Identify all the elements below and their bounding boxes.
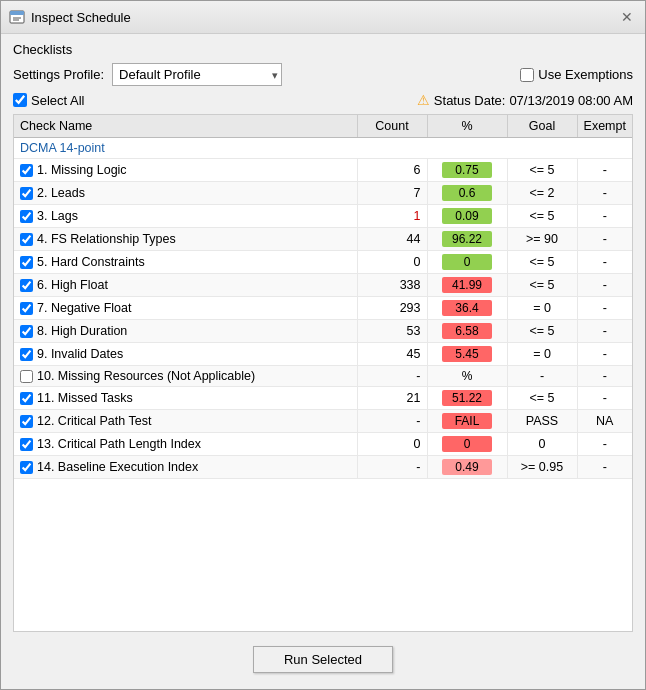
bottom-bar: Run Selected [13, 638, 633, 681]
row-checkbox-9[interactable] [20, 348, 33, 361]
profile-dropdown[interactable]: Default Profile [112, 63, 282, 86]
pct-cell: 0 [427, 251, 507, 274]
goal-cell: <= 5 [507, 159, 577, 182]
select-all-label: Select All [31, 93, 84, 108]
pct-badge: 0.6 [442, 185, 492, 201]
pct-cell: FAIL [427, 410, 507, 433]
col-header-exempt: Exempt [577, 115, 632, 138]
goal-cell: - [507, 366, 577, 387]
window-icon [9, 9, 25, 25]
exempt-cell: - [577, 366, 632, 387]
row-checkbox-10[interactable] [20, 370, 33, 383]
exempt-cell: - [577, 297, 632, 320]
pct-cell: % [427, 366, 507, 387]
goal-cell: <= 5 [507, 251, 577, 274]
select-all-row: Select All ⚠ Status Date: 07/13/2019 08:… [13, 92, 633, 108]
count-cell: 338 [357, 274, 427, 297]
table-row: 10. Missing Resources (Not Applicable) -… [14, 366, 632, 387]
pct-badge: 5.45 [442, 346, 492, 362]
count-cell: 44 [357, 228, 427, 251]
settings-row: Settings Profile: Default Profile Use Ex… [13, 63, 633, 86]
goal-cell: <= 5 [507, 320, 577, 343]
use-exemptions-checkbox[interactable] [520, 68, 534, 82]
status-date-value: 07/13/2019 08:00 AM [509, 93, 633, 108]
count-cell: - [357, 366, 427, 387]
pct-badge: 0.09 [442, 208, 492, 224]
check-name-cell: 11. Missed Tasks [14, 387, 357, 410]
check-name-cell: 5. Hard Constraints [14, 251, 357, 274]
col-header-check-name: Check Name [14, 115, 357, 138]
check-name-text: 1. Missing Logic [37, 163, 127, 177]
use-exemptions-label: Use Exemptions [538, 67, 633, 82]
check-name-text: 11. Missed Tasks [37, 391, 133, 405]
pct-badge: 96.22 [442, 231, 492, 247]
row-checkbox-8[interactable] [20, 325, 33, 338]
row-checkbox-13[interactable] [20, 438, 33, 451]
goal-cell: <= 5 [507, 205, 577, 228]
exempt-cell: - [577, 274, 632, 297]
check-name-cell: 13. Critical Path Length Index [14, 433, 357, 456]
exempt-cell: - [577, 228, 632, 251]
pct-badge: 0.49 [442, 459, 492, 475]
select-all-checkbox-label[interactable]: Select All [13, 93, 84, 108]
warning-icon: ⚠ [417, 92, 430, 108]
close-button[interactable]: ✕ [617, 7, 637, 27]
table-row: 8. High Duration 53 6.58 <= 5 - [14, 320, 632, 343]
profile-dropdown-wrapper: Default Profile [112, 63, 282, 86]
check-name-cell: 12. Critical Path Test [14, 410, 357, 433]
row-checkbox-2[interactable] [20, 187, 33, 200]
table-header-row: Check Name Count % Goal Exempt [14, 115, 632, 138]
checklists-label: Checklists [13, 42, 633, 57]
select-all-checkbox[interactable] [13, 93, 27, 107]
row-checkbox-1[interactable] [20, 164, 33, 177]
count-cell: 293 [357, 297, 427, 320]
check-name-text: 3. Lags [37, 209, 78, 223]
checks-table-container: Check Name Count % Goal Exempt DCMA 14-p… [13, 114, 633, 632]
check-name-cell: 2. Leads [14, 182, 357, 205]
check-name-cell: 10. Missing Resources (Not Applicable) [14, 366, 357, 387]
row-checkbox-11[interactable] [20, 392, 33, 405]
check-name-cell: 9. Invalid Dates [14, 343, 357, 366]
resize-grip[interactable] [635, 679, 645, 689]
use-exemptions-checkbox-label[interactable]: Use Exemptions [520, 67, 633, 82]
row-checkbox-5[interactable] [20, 256, 33, 269]
check-name-text: 2. Leads [37, 186, 85, 200]
pct-badge: 51.22 [442, 390, 492, 406]
table-row: 3. Lags 1 0.09 <= 5 - [14, 205, 632, 228]
col-header-goal: Goal [507, 115, 577, 138]
count-cell: - [357, 410, 427, 433]
check-name-cell: 4. FS Relationship Types [14, 228, 357, 251]
row-checkbox-12[interactable] [20, 415, 33, 428]
pct-cell: 0.09 [427, 205, 507, 228]
pct-value: % [462, 369, 473, 383]
run-selected-button[interactable]: Run Selected [253, 646, 393, 673]
table-row: 1. Missing Logic 6 0.75 <= 5 - [14, 159, 632, 182]
pct-cell: 0 [427, 433, 507, 456]
pct-badge: 0.75 [442, 162, 492, 178]
check-name-text: 13. Critical Path Length Index [37, 437, 201, 451]
row-checkbox-4[interactable] [20, 233, 33, 246]
row-checkbox-7[interactable] [20, 302, 33, 315]
goal-cell: = 0 [507, 343, 577, 366]
checks-table: Check Name Count % Goal Exempt DCMA 14-p… [14, 115, 632, 479]
goal-cell: >= 90 [507, 228, 577, 251]
table-row: 13. Critical Path Length Index 0 0 0 - [14, 433, 632, 456]
pct-cell: 96.22 [427, 228, 507, 251]
table-row: 14. Baseline Execution Index - 0.49 >= 0… [14, 456, 632, 479]
table-row: 2. Leads 7 0.6 <= 2 - [14, 182, 632, 205]
count-cell: 21 [357, 387, 427, 410]
pct-cell: 0.75 [427, 159, 507, 182]
row-checkbox-6[interactable] [20, 279, 33, 292]
pct-badge: 0 [442, 436, 492, 452]
count-cell: 53 [357, 320, 427, 343]
check-name-cell: 7. Negative Float [14, 297, 357, 320]
goal-cell: 0 [507, 433, 577, 456]
row-checkbox-3[interactable] [20, 210, 33, 223]
check-name-cell: 3. Lags [14, 205, 357, 228]
exempt-cell: - [577, 205, 632, 228]
goal-cell: <= 5 [507, 387, 577, 410]
check-name-text: 4. FS Relationship Types [37, 232, 176, 246]
count-cell: 6 [357, 159, 427, 182]
count-cell: - [357, 456, 427, 479]
row-checkbox-14[interactable] [20, 461, 33, 474]
